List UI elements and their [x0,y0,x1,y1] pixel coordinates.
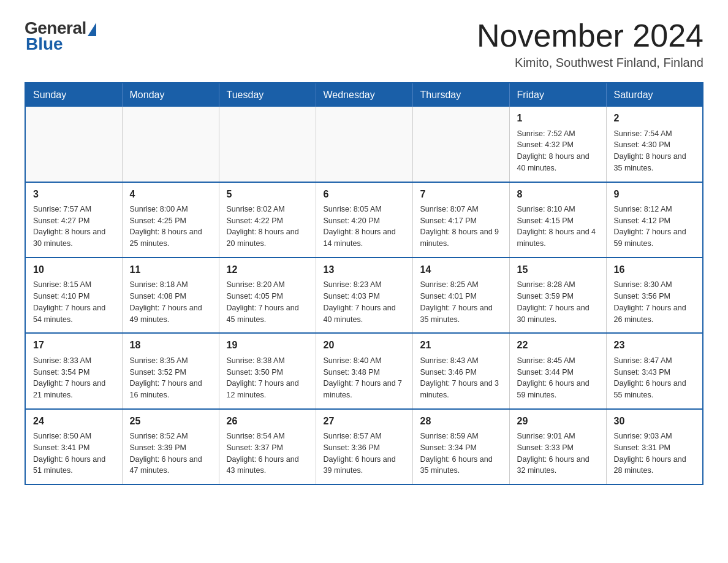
day-info: Sunrise: 7:52 AM Sunset: 4:32 PM Dayligh… [517,128,599,174]
day-info: Sunrise: 8:10 AM Sunset: 4:15 PM Dayligh… [517,204,599,250]
calendar-cell: 21Sunrise: 8:43 AM Sunset: 3:46 PM Dayli… [412,333,509,408]
calendar-week-row: 1Sunrise: 7:52 AM Sunset: 4:32 PM Daylig… [25,107,703,182]
day-info: Sunrise: 8:47 AM Sunset: 3:43 PM Dayligh… [614,355,696,401]
day-info: Sunrise: 8:43 AM Sunset: 3:46 PM Dayligh… [420,355,502,401]
day-number: 8 [517,188,599,201]
day-of-week-header: Tuesday [219,83,316,107]
day-of-week-header: Thursday [412,83,509,107]
calendar-cell: 12Sunrise: 8:20 AM Sunset: 4:05 PM Dayli… [219,258,316,333]
day-info: Sunrise: 9:03 AM Sunset: 3:31 PM Dayligh… [614,431,696,477]
day-number: 11 [130,263,211,277]
day-number: 15 [517,263,599,277]
day-number: 17 [33,339,115,352]
calendar-cell [219,107,316,182]
page-header: General Blue November 2024 Kimito, South… [25,18,703,70]
calendar-cell: 6Sunrise: 8:05 AM Sunset: 4:20 PM Daylig… [316,182,412,258]
day-number: 10 [33,263,115,277]
calendar-cell: 10Sunrise: 8:15 AM Sunset: 4:10 PM Dayli… [25,258,122,333]
calendar-cell: 2Sunrise: 7:54 AM Sunset: 4:30 PM Daylig… [606,107,703,182]
day-number: 24 [33,415,115,428]
calendar-cell: 22Sunrise: 8:45 AM Sunset: 3:44 PM Dayli… [509,333,606,408]
calendar-cell: 7Sunrise: 8:07 AM Sunset: 4:17 PM Daylig… [412,182,509,258]
calendar-cell [25,107,122,182]
day-of-week-header: Friday [509,83,606,107]
day-of-week-header: Wednesday [316,83,412,107]
day-info: Sunrise: 8:07 AM Sunset: 4:17 PM Dayligh… [420,204,502,250]
calendar-cell: 24Sunrise: 8:50 AM Sunset: 3:41 PM Dayli… [25,409,122,484]
calendar-cell [412,107,509,182]
calendar-cell: 13Sunrise: 8:23 AM Sunset: 4:03 PM Dayli… [316,258,412,333]
day-number: 20 [324,339,405,352]
day-of-week-header: Saturday [606,83,703,107]
calendar-cell: 18Sunrise: 8:35 AM Sunset: 3:52 PM Dayli… [122,333,219,408]
day-number: 4 [130,188,211,201]
title-section: November 2024 Kimito, Southwest Finland,… [477,18,703,70]
day-number: 5 [227,188,308,201]
day-number: 1 [517,112,599,125]
day-number: 21 [420,339,502,352]
calendar-cell: 5Sunrise: 8:02 AM Sunset: 4:22 PM Daylig… [219,182,316,258]
day-info: Sunrise: 9:01 AM Sunset: 3:33 PM Dayligh… [517,431,599,477]
day-number: 12 [227,263,308,277]
calendar-cell: 8Sunrise: 8:10 AM Sunset: 4:15 PM Daylig… [509,182,606,258]
logo-triangle-icon [88,23,96,36]
day-number: 28 [420,415,502,428]
day-info: Sunrise: 8:59 AM Sunset: 3:34 PM Dayligh… [420,431,502,477]
day-of-week-header: Sunday [25,83,122,107]
calendar-cell: 28Sunrise: 8:59 AM Sunset: 3:34 PM Dayli… [412,409,509,484]
day-number: 14 [420,263,502,277]
calendar-cell: 15Sunrise: 8:28 AM Sunset: 3:59 PM Dayli… [509,258,606,333]
day-info: Sunrise: 8:45 AM Sunset: 3:44 PM Dayligh… [517,355,599,401]
calendar-cell: 20Sunrise: 8:40 AM Sunset: 3:48 PM Dayli… [316,333,412,408]
day-number: 25 [130,415,211,428]
day-info: Sunrise: 8:54 AM Sunset: 3:37 PM Dayligh… [227,431,308,477]
calendar-cell: 4Sunrise: 8:00 AM Sunset: 4:25 PM Daylig… [122,182,219,258]
day-number: 23 [614,339,696,352]
day-info: Sunrise: 8:28 AM Sunset: 3:59 PM Dayligh… [517,279,599,325]
day-info: Sunrise: 7:54 AM Sunset: 4:30 PM Dayligh… [614,128,696,174]
calendar-cell: 1Sunrise: 7:52 AM Sunset: 4:32 PM Daylig… [509,107,606,182]
calendar-cell: 9Sunrise: 8:12 AM Sunset: 4:12 PM Daylig… [606,182,703,258]
day-info: Sunrise: 8:02 AM Sunset: 4:22 PM Dayligh… [227,204,308,250]
calendar-cell: 3Sunrise: 7:57 AM Sunset: 4:27 PM Daylig… [25,182,122,258]
day-info: Sunrise: 8:57 AM Sunset: 3:36 PM Dayligh… [324,431,405,477]
calendar-cell: 14Sunrise: 8:25 AM Sunset: 4:01 PM Dayli… [412,258,509,333]
logo-blue-text: Blue [26,34,63,54]
day-info: Sunrise: 8:25 AM Sunset: 4:01 PM Dayligh… [420,279,502,325]
day-number: 2 [614,112,696,125]
day-info: Sunrise: 8:23 AM Sunset: 4:03 PM Dayligh… [324,279,405,325]
day-info: Sunrise: 8:52 AM Sunset: 3:39 PM Dayligh… [130,431,211,477]
calendar-cell: 23Sunrise: 8:47 AM Sunset: 3:43 PM Dayli… [606,333,703,408]
calendar-cell: 16Sunrise: 8:30 AM Sunset: 3:56 PM Dayli… [606,258,703,333]
day-info: Sunrise: 8:18 AM Sunset: 4:08 PM Dayligh… [130,279,211,325]
day-number: 7 [420,188,502,201]
day-number: 22 [517,339,599,352]
calendar-cell [122,107,219,182]
calendar-week-row: 17Sunrise: 8:33 AM Sunset: 3:54 PM Dayli… [25,333,703,408]
day-info: Sunrise: 8:40 AM Sunset: 3:48 PM Dayligh… [324,355,405,401]
day-of-week-header: Monday [122,83,219,107]
day-info: Sunrise: 8:15 AM Sunset: 4:10 PM Dayligh… [33,279,115,325]
calendar-week-row: 10Sunrise: 8:15 AM Sunset: 4:10 PM Dayli… [25,258,703,333]
day-info: Sunrise: 8:12 AM Sunset: 4:12 PM Dayligh… [614,204,696,250]
day-number: 29 [517,415,599,428]
day-number: 16 [614,263,696,277]
calendar-week-row: 3Sunrise: 7:57 AM Sunset: 4:27 PM Daylig… [25,182,703,258]
day-number: 13 [324,263,405,277]
day-info: Sunrise: 8:05 AM Sunset: 4:20 PM Dayligh… [324,204,405,250]
calendar-week-row: 24Sunrise: 8:50 AM Sunset: 3:41 PM Dayli… [25,409,703,484]
day-number: 3 [33,188,115,201]
day-info: Sunrise: 8:33 AM Sunset: 3:54 PM Dayligh… [33,355,115,401]
calendar-cell [316,107,412,182]
logo: General Blue [25,18,96,54]
calendar-cell: 25Sunrise: 8:52 AM Sunset: 3:39 PM Dayli… [122,409,219,484]
day-number: 30 [614,415,696,428]
day-number: 6 [324,188,405,201]
day-info: Sunrise: 8:00 AM Sunset: 4:25 PM Dayligh… [130,204,211,250]
month-title: November 2024 [477,18,703,53]
day-info: Sunrise: 8:38 AM Sunset: 3:50 PM Dayligh… [227,355,308,401]
calendar-cell: 11Sunrise: 8:18 AM Sunset: 4:08 PM Dayli… [122,258,219,333]
day-number: 26 [227,415,308,428]
day-info: Sunrise: 8:20 AM Sunset: 4:05 PM Dayligh… [227,279,308,325]
calendar-cell: 26Sunrise: 8:54 AM Sunset: 3:37 PM Dayli… [219,409,316,484]
